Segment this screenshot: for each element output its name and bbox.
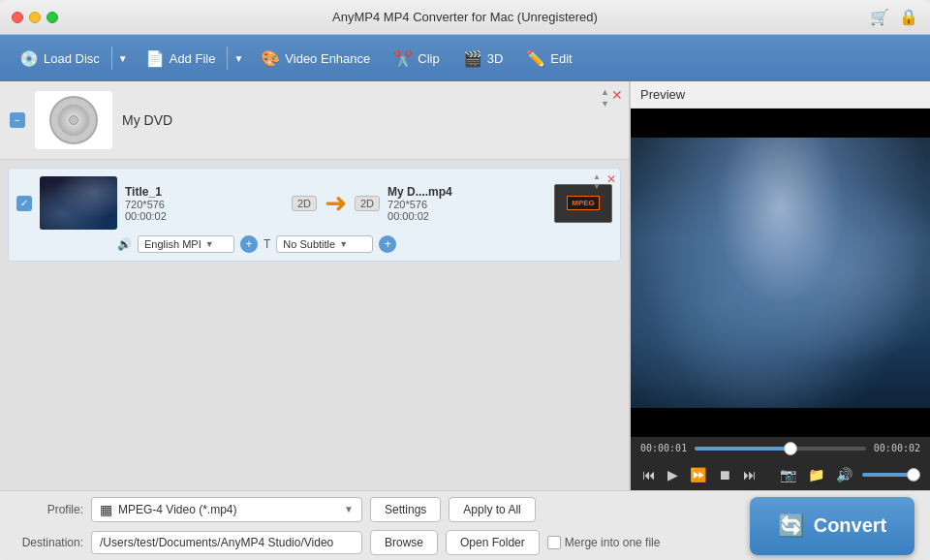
edit-icon: ✏️ bbox=[526, 49, 545, 68]
time-end: 00:00:02 bbox=[874, 443, 920, 453]
convert-button[interactable]: 🔄 Convert bbox=[750, 497, 914, 555]
dvd-close-button[interactable]: ✕ bbox=[611, 87, 623, 103]
add-file-dropdown[interactable]: ▼ bbox=[230, 47, 247, 70]
convert-label: Convert bbox=[814, 514, 887, 537]
subtitle-dropdown-arrow: ▼ bbox=[339, 239, 348, 249]
audio-dropdown-arrow: ▼ bbox=[205, 239, 214, 249]
track-name: Title_1 bbox=[125, 185, 284, 199]
video-enhance-button[interactable]: 🎨 Video Enhance bbox=[251, 44, 380, 74]
add-subtitle-button[interactable]: + bbox=[379, 235, 396, 253]
volume-slider[interactable] bbox=[862, 473, 920, 477]
open-folder-button[interactable]: Open Folder bbox=[446, 530, 540, 555]
merge-label: Merge into one file bbox=[565, 536, 661, 549]
arrow-right-icon: ➜ bbox=[325, 187, 347, 219]
main-content: − My DVD ▲ ▼ ✕ ✓ bbox=[0, 81, 930, 490]
add-file-group: 📄 Add File ▼ bbox=[136, 44, 248, 74]
load-disc-button[interactable]: 💿 Load Disc bbox=[10, 44, 109, 74]
audio-dropdown[interactable]: English MPI ▼ bbox=[138, 235, 234, 253]
video-enhance-label: Video Enhance bbox=[285, 51, 370, 66]
clip-icon: ✂️ bbox=[393, 49, 413, 68]
mpeg-badge: MPEG bbox=[567, 196, 600, 210]
folder-button[interactable]: 📁 bbox=[806, 465, 826, 484]
track-controls-row: 🔊 English MPI ▼ + T No Subtitle ▼ + bbox=[117, 235, 612, 253]
edit-button[interactable]: ✏️ Edit bbox=[516, 44, 581, 74]
track-resolution: 720*576 bbox=[125, 199, 284, 210]
track-output-2d-badge: 2D bbox=[355, 196, 380, 211]
tracks-area: ✓ Title_1 720*576 00:00:02 2D ➜ 2D My D.… bbox=[0, 160, 629, 490]
stop-button[interactable]: ⏹ bbox=[716, 465, 733, 484]
subtitle-icon: T bbox=[264, 237, 270, 251]
load-disc-group: 💿 Load Disc ▼ bbox=[10, 44, 132, 74]
track-thumbnail bbox=[40, 176, 117, 230]
profile-dropdown-arrow: ▼ bbox=[344, 504, 354, 514]
add-file-icon: 📄 bbox=[145, 49, 165, 68]
add-file-label: Add File bbox=[170, 51, 216, 66]
dvd-hole bbox=[69, 115, 78, 125]
preview-controls: ⏮ ▶ ⏩ ⏹ ⏭ 📷 📁 🔊 bbox=[631, 459, 930, 490]
toolbar: 💿 Load Disc ▼ 📄 Add File ▼ 🎨 Video Enhan… bbox=[0, 35, 930, 81]
profile-row: Profile: ▦ MPEG-4 Video (*.mp4) ▼ Settin… bbox=[16, 497, 730, 522]
clip-label: Clip bbox=[418, 51, 439, 66]
apply-to-all-button[interactable]: Apply to All bbox=[449, 497, 535, 522]
window-title: AnyMP4 MP4 Converter for Mac (Unregister… bbox=[332, 10, 598, 24]
track-output-duration: 00:00:02 bbox=[388, 210, 546, 222]
volume-icon[interactable]: 🔊 bbox=[834, 465, 854, 484]
profile-select[interactable]: ▦ MPEG-4 Video (*.mp4) ▼ bbox=[91, 497, 362, 522]
preview-timeline: 00:00:01 00:00:02 bbox=[631, 437, 930, 459]
preview-panel: Preview 00:00:01 00:00:02 ⏮ ▶ ⏩ ⏹ ⏭ 📷 📁 … bbox=[630, 81, 930, 490]
destination-label: Destination: bbox=[16, 536, 83, 549]
left-panel: − My DVD ▲ ▼ ✕ ✓ bbox=[0, 81, 630, 490]
load-disc-divider bbox=[111, 47, 112, 70]
fast-forward-button[interactable]: ⏩ bbox=[688, 465, 708, 484]
play-button[interactable]: ▶ bbox=[666, 465, 680, 484]
audio-icon: 🔊 bbox=[117, 237, 132, 251]
dvd-checkbox[interactable]: − bbox=[10, 112, 25, 128]
close-button[interactable] bbox=[12, 12, 23, 23]
settings-button[interactable]: Settings bbox=[370, 497, 441, 522]
track-output-name: My D....mp4 bbox=[388, 185, 546, 199]
skip-back-button[interactable]: ⏮ bbox=[640, 465, 658, 484]
volume-thumb bbox=[907, 468, 920, 482]
audio-value: English MPI bbox=[144, 238, 202, 250]
video-enhance-icon: 🎨 bbox=[261, 49, 280, 68]
track-output-info: My D....mp4 720*576 00:00:02 bbox=[388, 185, 546, 222]
bottom-left: Profile: ▦ MPEG-4 Video (*.mp4) ▼ Settin… bbox=[16, 497, 730, 555]
browse-button[interactable]: Browse bbox=[370, 530, 438, 555]
add-file-button[interactable]: 📄 Add File bbox=[136, 44, 226, 74]
track-item: ✓ Title_1 720*576 00:00:02 2D ➜ 2D My D.… bbox=[8, 168, 621, 262]
track-checkbox[interactable]: ✓ bbox=[16, 196, 32, 211]
edit-label: Edit bbox=[550, 51, 572, 66]
lock-icon[interactable]: 🔒 bbox=[899, 8, 918, 26]
add-audio-button[interactable]: + bbox=[240, 235, 258, 253]
track-main-row: ✓ Title_1 720*576 00:00:02 2D ➜ 2D My D.… bbox=[16, 176, 612, 230]
3d-button[interactable]: 🎬 3D bbox=[453, 44, 513, 74]
maximize-button[interactable] bbox=[46, 12, 58, 23]
destination-input[interactable] bbox=[91, 531, 362, 554]
track-output-format-button[interactable]: MPEG bbox=[554, 184, 612, 223]
title-bar: AnyMP4 MP4 Converter for Mac (Unregister… bbox=[0, 0, 930, 35]
preview-black-bottom bbox=[631, 408, 930, 437]
dvd-disc-container bbox=[35, 91, 112, 149]
track-output-resolution: 720*576 bbox=[388, 199, 546, 210]
merge-checkbox[interactable] bbox=[547, 536, 561, 549]
cart-icon[interactable]: 🛒 bbox=[870, 8, 889, 26]
clip-button[interactable]: ✂️ Clip bbox=[384, 44, 449, 74]
load-disc-dropdown[interactable]: ▼ bbox=[114, 47, 132, 70]
minimize-button[interactable] bbox=[29, 12, 41, 23]
subtitle-dropdown[interactable]: No Subtitle ▼ bbox=[276, 235, 373, 253]
merge-checkbox-area: Merge into one file bbox=[547, 536, 661, 549]
load-disc-label: Load Disc bbox=[44, 51, 100, 66]
dvd-disc bbox=[49, 96, 98, 144]
traffic-lights bbox=[12, 12, 58, 23]
track-info: Title_1 720*576 00:00:02 bbox=[125, 185, 284, 222]
3d-icon: 🎬 bbox=[463, 49, 482, 68]
track-close-button[interactable]: ✕ bbox=[606, 172, 616, 186]
skip-forward-button[interactable]: ⏭ bbox=[741, 465, 759, 484]
preview-video bbox=[631, 109, 930, 437]
timeline-track[interactable] bbox=[695, 447, 866, 451]
destination-row: Destination: Browse Open Folder Merge in… bbox=[16, 530, 730, 555]
screenshot-button[interactable]: 📷 bbox=[778, 465, 798, 484]
dvd-checkmark: − bbox=[15, 115, 20, 126]
profile-label: Profile: bbox=[16, 503, 83, 516]
track-duration: 00:00:02 bbox=[125, 210, 284, 222]
